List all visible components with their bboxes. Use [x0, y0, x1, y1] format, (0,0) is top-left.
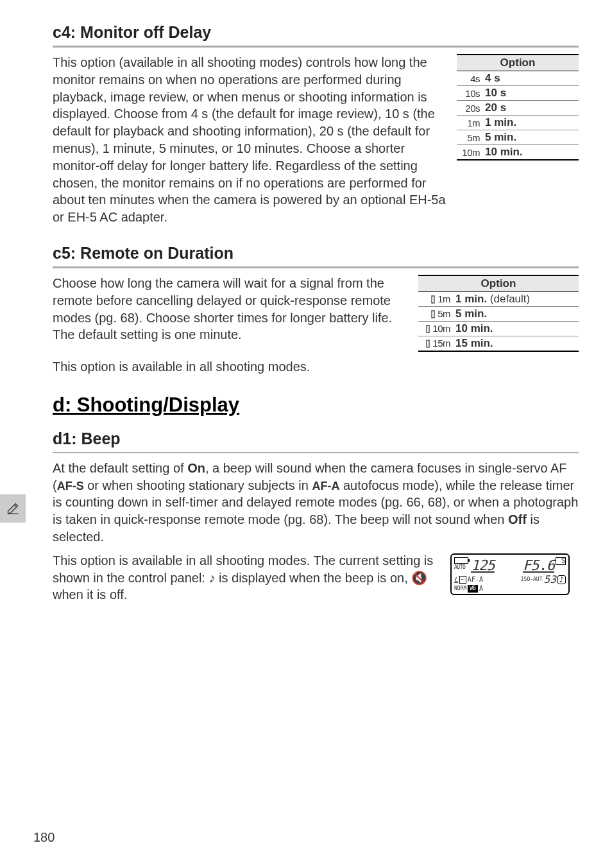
svg-rect-0	[432, 296, 434, 303]
page-number: 180	[33, 830, 55, 845]
table-row: 5m5 min.	[457, 130, 579, 145]
table-row: 1m 1 min. (default)	[418, 291, 579, 306]
lcd-shutter: 125	[471, 557, 495, 573]
table-row: 1m1 min.	[457, 116, 579, 130]
lcd-aperture: F5.6	[523, 557, 554, 573]
svg-rect-2	[427, 326, 429, 333]
section-rule	[53, 46, 579, 48]
lcd-count: 53	[544, 575, 556, 585]
table-row: 5m 5 min.	[418, 306, 579, 321]
svg-rect-3	[427, 340, 429, 347]
table-row: 20s20 s	[457, 101, 579, 116]
heading-d1: d1: Beep	[53, 430, 579, 448]
lcd-s-indicator: S	[556, 557, 566, 565]
table-c4-options: Option 4s4 s 10s10 s 20s20 s 1m1 min. 5m…	[457, 54, 579, 161]
page-section-tab	[0, 494, 26, 523]
lcd-norm: NORM	[454, 586, 466, 591]
lcd-a: A	[479, 586, 483, 592]
lcd-afa: AF-A	[468, 577, 483, 583]
remote-icon	[425, 340, 431, 349]
body-d1-p1: At the default setting of On, a beep wil…	[53, 460, 579, 546]
svg-rect-1	[432, 311, 434, 318]
lcd-beep-icon: ♪	[557, 575, 566, 584]
section-c5-remote-on-duration: c5: Remote on Duration Choose how long t…	[53, 244, 579, 376]
remote-icon	[430, 295, 436, 304]
remote-icon	[425, 325, 431, 334]
battery-icon	[454, 557, 468, 564]
mute-icon: 🔇	[411, 571, 427, 585]
pencil-icon	[6, 502, 19, 515]
table-row: 10m 10 min.	[418, 321, 579, 336]
section-rule	[53, 452, 579, 453]
heading-c4: c4: Monitor off Delay	[53, 23, 579, 42]
body-c4: This option (available in all shooting m…	[53, 54, 450, 226]
afa-label: AF-A	[312, 480, 339, 492]
music-note-icon: ♪	[209, 571, 216, 585]
section-d1-beep: d1: Beep At the default setting of On, a…	[53, 430, 579, 603]
lcd-l: L	[454, 577, 458, 583]
table-row: 10m10 min.	[457, 145, 579, 161]
lcd-focus-area-icon: ⋯	[459, 576, 466, 584]
heading-c5: c5: Remote on Duration	[53, 244, 579, 263]
lcd-auto: AUTO	[454, 564, 471, 570]
heading-d-shooting-display: d: Shooting/Display	[53, 394, 579, 417]
body-d1-p2: This option is available in all shooting…	[53, 552, 444, 603]
table-c4-header: Option	[457, 55, 579, 71]
lcd-iso: ISO-AUT	[521, 577, 543, 582]
section-c4-monitor-off-delay: c4: Monitor off Delay This option (avail…	[53, 23, 579, 226]
body-c5: Choose how long the camera will wait for…	[53, 275, 412, 343]
table-row: 15m 15 min.	[418, 336, 579, 351]
table-c5-header: Option	[418, 275, 579, 292]
lcd-wb: WB	[468, 585, 478, 593]
table-row: 10s10 s	[457, 86, 579, 101]
remote-icon	[430, 310, 436, 319]
control-panel-display: AUTO 125 F5.6 S L ⋯ AF-A	[450, 553, 570, 595]
table-row: 4s4 s	[457, 71, 579, 86]
afs-label: AF-S	[57, 480, 84, 492]
table-c5-options: Option 1m 1 min. (default) 5m 5 min. 10m…	[418, 275, 579, 352]
section-rule	[53, 266, 579, 268]
foot-c5: This option is available in all shooting…	[53, 358, 579, 376]
